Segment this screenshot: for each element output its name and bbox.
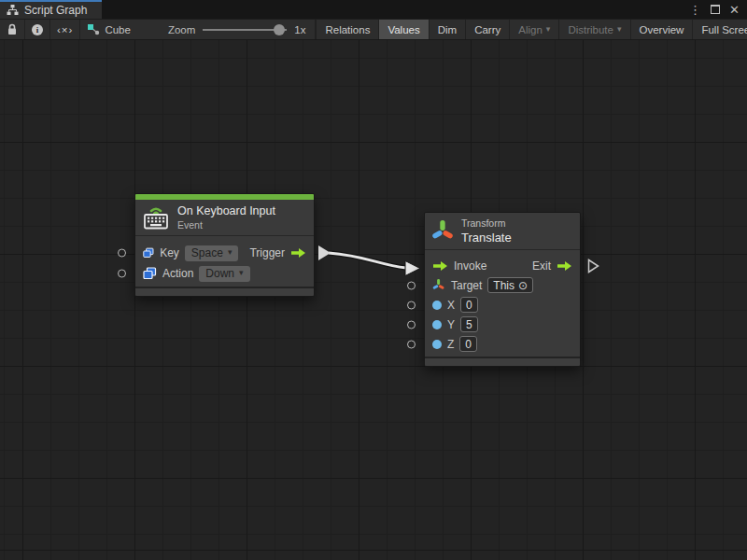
- close-icon[interactable]: ✕: [729, 4, 740, 16]
- lock-button[interactable]: [0, 20, 25, 39]
- graph-asset-icon: [87, 23, 100, 35]
- float-dot-icon: [432, 340, 442, 349]
- x-label: X: [447, 299, 455, 312]
- trigger-label: Trigger: [249, 246, 285, 259]
- chevron-down-icon: ▾: [228, 248, 233, 257]
- float-dot-icon: [432, 320, 442, 329]
- window-controls: ⋮ ✕: [689, 0, 747, 19]
- keyboard-icon: [142, 205, 170, 230]
- y-value-field[interactable]: 5: [460, 316, 478, 332]
- z-row: Z 0: [425, 334, 580, 354]
- float-dot-icon: [432, 301, 442, 310]
- node-subtitle: Event: [177, 219, 275, 231]
- flow-arrow-icon: [290, 247, 306, 259]
- code-view-button[interactable]: ‹×›: [50, 20, 80, 39]
- node-category: Transform: [461, 217, 512, 229]
- maximize-icon[interactable]: [711, 5, 720, 14]
- target-label: Target: [451, 279, 482, 292]
- toolbar-buttons: Relations Values Dim Carry Align ▾ Distr…: [316, 20, 747, 39]
- key-label: Key: [160, 246, 179, 259]
- input-port-action[interactable]: [118, 270, 126, 278]
- y-label: Y: [447, 318, 455, 331]
- action-dropdown[interactable]: Down ▾: [199, 266, 249, 282]
- toolbar-button-carry[interactable]: Carry: [465, 20, 509, 39]
- node-translate[interactable]: Transform Translate Invoke Exit: [424, 212, 581, 367]
- node-footer: [425, 357, 580, 366]
- lock-icon: [7, 23, 18, 35]
- tab-title: Script Graph: [24, 4, 87, 17]
- target-row: Target This ⊙: [425, 275, 580, 295]
- tab-script-graph[interactable]: Script Graph: [0, 0, 102, 19]
- graph-context-name: Cube: [105, 24, 131, 35]
- toolbar-button-fullscreen[interactable]: Full Screen: [692, 20, 747, 39]
- transform-mini-icon: [432, 278, 445, 292]
- graph-canvas[interactable]: On Keyboard Input Event Key Space ▾: [0, 40, 747, 560]
- flow-arrow-icon: [557, 260, 572, 272]
- input-port-target[interactable]: [407, 281, 416, 289]
- chevron-down-icon: ▾: [546, 25, 551, 34]
- invoke-row: Invoke Exit: [425, 256, 580, 275]
- z-value-field[interactable]: 0: [459, 336, 477, 352]
- more-menu-icon[interactable]: ⋮: [689, 4, 701, 16]
- graph-context[interactable]: Cube: [80, 20, 137, 39]
- graph-icon: [7, 5, 19, 16]
- node-on-keyboard-input[interactable]: On Keyboard Input Event Key Space ▾: [134, 193, 315, 297]
- node-title: Translate: [461, 231, 512, 245]
- node-header: On Keyboard Input Event: [135, 200, 314, 235]
- info-icon: i: [32, 24, 43, 35]
- key-row: Key Space ▾ Trigger: [135, 243, 314, 263]
- input-port-y[interactable]: [407, 320, 416, 329]
- trigger-output-port[interactable]: [318, 245, 331, 260]
- zoom-control: Zoom 1x: [137, 20, 317, 39]
- toolbar-button-distribute[interactable]: Distribute ▾: [558, 20, 629, 39]
- node-body: Invoke Exit: [425, 249, 580, 357]
- layers-icon: [143, 246, 154, 259]
- scene-target-icon: ⊙: [518, 279, 528, 292]
- toolbar-button-dim[interactable]: Dim: [429, 20, 465, 39]
- input-port-x[interactable]: [407, 301, 416, 309]
- exit-output-port[interactable]: [587, 259, 599, 273]
- input-port-z[interactable]: [407, 340, 416, 348]
- exit-label: Exit: [532, 259, 551, 273]
- z-label: Z: [447, 338, 454, 351]
- target-value-field[interactable]: This ⊙: [487, 277, 533, 293]
- connection-wire[interactable]: [0, 40, 747, 560]
- toolbar-button-align[interactable]: Align ▾: [509, 20, 558, 39]
- invoke-label: Invoke: [454, 259, 486, 273]
- x-value-field[interactable]: 0: [460, 297, 478, 313]
- zoom-label: Zoom: [168, 24, 195, 35]
- chevron-down-icon: ▾: [239, 269, 244, 277]
- node-title: On Keyboard Input: [177, 204, 275, 217]
- info-button[interactable]: i: [25, 20, 50, 39]
- zoom-value: 1x: [294, 24, 305, 35]
- zoom-slider-handle[interactable]: [274, 24, 285, 35]
- x-row: X 0: [425, 295, 580, 315]
- layers-icon: [143, 267, 157, 280]
- toolbar-button-values[interactable]: Values: [378, 20, 428, 39]
- key-dropdown[interactable]: Space ▾: [185, 245, 239, 261]
- transform-icon: [431, 217, 454, 245]
- toolbar-button-relations[interactable]: Relations: [316, 20, 378, 39]
- script-graph-window: Script Graph ⋮ ✕ i ‹×› Cube: [0, 0, 747, 560]
- node-header: Transform Translate: [425, 213, 580, 249]
- action-row: Action Down ▾: [135, 263, 314, 284]
- graph-toolbar: i ‹×› Cube Zoom 1x Relations: [0, 19, 747, 40]
- code-icon: ‹×›: [57, 24, 73, 35]
- y-row: Y 5: [425, 315, 580, 334]
- node-body: Key Space ▾ Trigger: [135, 235, 314, 287]
- input-port-key[interactable]: [118, 249, 126, 258]
- chevron-down-icon: ▾: [617, 25, 622, 34]
- titlebar: Script Graph ⋮ ✕: [0, 0, 747, 19]
- action-label: Action: [162, 267, 193, 280]
- zoom-slider[interactable]: [203, 23, 287, 36]
- node-footer: [135, 287, 314, 296]
- flow-arrow-icon: [432, 260, 448, 272]
- toolbar-button-overview[interactable]: Overview: [630, 20, 693, 39]
